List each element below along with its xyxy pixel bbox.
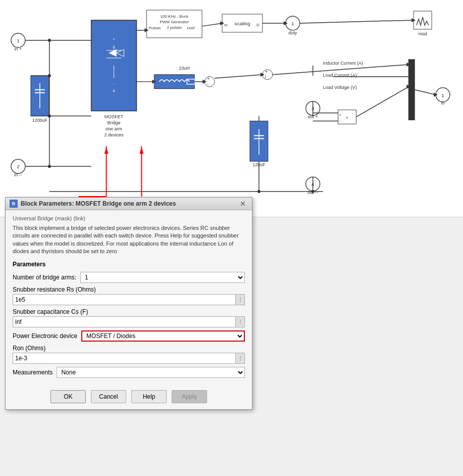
svg-text:PWM Generator: PWM Generator <box>160 20 189 24</box>
svg-text:1: 1 <box>17 38 20 43</box>
svg-point-116 <box>48 114 51 117</box>
svg-text:-: - <box>339 118 341 123</box>
dialog-section-label: Parameters <box>13 261 245 268</box>
svg-point-45 <box>204 77 215 87</box>
svg-text:4: 4 <box>312 181 315 187</box>
svg-text:A: A <box>113 88 116 93</box>
svg-point-37 <box>286 16 300 30</box>
svg-text:+: + <box>339 113 342 117</box>
svg-text:1: 1 <box>441 92 444 98</box>
snubber-c-label: Snubber capacitance Cs (F) <box>13 308 245 315</box>
svg-line-96 <box>273 65 408 75</box>
apply-button[interactable]: Apply <box>172 390 207 403</box>
measurements-select-row: Measurements None Device currents Device… <box>13 367 245 378</box>
svg-rect-51 <box>250 121 268 161</box>
svg-text:i: i <box>265 74 266 79</box>
dialog-titlebar-left: B Block Parameters: MOSFET Bridge one ar… <box>10 200 176 208</box>
power-device-label: Power Electronic device <box>13 332 77 340</box>
dialog-icon: B <box>10 200 18 208</box>
cancel-button[interactable]: Cancel <box>91 390 126 403</box>
svg-text:3: 3 <box>312 106 315 111</box>
snubber-c-input-row: ⋮ <box>13 316 245 327</box>
svg-text:in +: in + <box>15 46 22 52</box>
svg-rect-27 <box>146 10 202 38</box>
svg-point-81 <box>48 39 51 42</box>
svg-rect-66 <box>408 60 415 120</box>
svg-text:-: - <box>113 81 115 86</box>
svg-text:out +: out + <box>308 114 318 119</box>
svg-point-60 <box>306 177 320 191</box>
svg-marker-91 <box>152 80 156 84</box>
svg-marker-104 <box>411 18 416 22</box>
svg-point-112 <box>312 190 315 193</box>
dialog-description: This block implement a bridge of selecte… <box>13 224 245 256</box>
svg-text:m: m <box>224 23 228 27</box>
svg-point-108 <box>258 190 261 193</box>
svg-text:+: + <box>265 69 268 74</box>
num-bridge-arms-select[interactable]: 1 <box>80 272 245 283</box>
dialog-close-button[interactable]: ✕ <box>238 200 248 208</box>
simulink-diagram: 1 in + 2 in -- 1200uF + g - A MOSFET Bri… <box>0 0 463 217</box>
svg-text:D: D <box>256 23 260 27</box>
svg-text:one arm: one arm <box>106 126 122 131</box>
svg-text:Load Voltage (V): Load Voltage (V) <box>323 85 357 90</box>
ron-row: Ron (Ohms) ⋮ <box>13 345 245 364</box>
dialog-title-text: Block Parameters: MOSFET Bridge one arm … <box>21 200 176 207</box>
snubber-r-input[interactable] <box>13 294 236 305</box>
svg-text:out --: out -- <box>307 190 318 195</box>
dialog-icon-label: B <box>12 201 16 206</box>
svg-text:Pulses: Pulses <box>148 26 161 30</box>
help-button[interactable]: Help <box>131 390 167 403</box>
snubber-c-input[interactable] <box>13 316 236 327</box>
svg-text:Load Current (A): Load Current (A) <box>323 73 357 78</box>
svg-text:2 devices: 2 devices <box>105 132 124 137</box>
svg-point-1 <box>11 33 25 47</box>
block-parameters-dialog: B Block Parameters: MOSFET Bridge one ar… <box>5 197 252 410</box>
svg-text:mod: mod <box>418 31 427 36</box>
svg-text:Inductor Current (A): Inductor Current (A) <box>323 61 363 66</box>
dialog-block-type: Universal Bridge (mask) (link) <box>13 215 245 221</box>
svg-rect-0 <box>1 0 462 217</box>
power-device-select-row: Power Electronic device MOSFET / Diodes … <box>13 330 245 342</box>
svg-marker-102 <box>434 93 438 97</box>
svg-point-63 <box>436 88 450 102</box>
svg-text:Uref: Uref <box>187 26 195 30</box>
svg-line-94 <box>215 75 263 78</box>
svg-line-101 <box>415 90 436 95</box>
svg-marker-120 <box>105 147 109 154</box>
ron-btn[interactable]: ⋮ <box>236 353 245 364</box>
svg-point-48 <box>263 70 273 80</box>
ok-button[interactable]: OK <box>50 390 86 403</box>
measurements-row: Measurements None Device currents Device… <box>13 367 245 378</box>
ron-input[interactable] <box>13 353 236 364</box>
measurements-select[interactable]: None Device currents Device voltages All… <box>57 367 245 378</box>
svg-rect-67 <box>338 110 356 124</box>
svg-text:Bridge: Bridge <box>108 120 121 125</box>
svg-text:duty: duty <box>288 30 297 35</box>
power-device-select[interactable]: MOSFET / Diodes Diodes Thyristors GTO/Di… <box>81 330 245 342</box>
svg-point-4 <box>11 159 25 173</box>
svg-line-99 <box>356 87 408 117</box>
svg-text:1200uF: 1200uF <box>32 118 48 123</box>
svg-marker-95 <box>261 73 265 77</box>
svg-text:+: + <box>207 76 210 81</box>
snubber-r-row: Snubber resistance Rs (Ohms) ⋮ <box>13 286 245 305</box>
snubber-c-row: Snubber capacitance Cs (F) ⋮ <box>13 308 245 327</box>
svg-marker-121 <box>139 147 143 154</box>
power-device-row: Power Electronic device MOSFET / Diodes … <box>13 330 245 342</box>
svg-text:MOSFET: MOSFET <box>105 114 124 119</box>
svg-point-79 <box>48 74 51 77</box>
svg-marker-19 <box>117 50 124 57</box>
snubber-c-btn[interactable]: ⋮ <box>236 316 245 327</box>
svg-text:1: 1 <box>291 21 294 26</box>
dialog-footer: OK Cancel Help Apply <box>6 386 252 409</box>
svg-text:scaling: scaling <box>234 21 250 26</box>
svg-marker-85 <box>144 28 148 32</box>
ron-label: Ron (Ohms) <box>13 345 245 352</box>
svg-text:-: - <box>207 81 209 86</box>
svg-marker-97 <box>406 63 410 67</box>
svg-text:in --: in -- <box>14 172 22 177</box>
svg-rect-43 <box>154 75 194 89</box>
snubber-r-btn[interactable]: ⋮ <box>236 294 245 305</box>
snubber-r-label: Snubber resistance Rs (Ohms) <box>13 286 245 293</box>
